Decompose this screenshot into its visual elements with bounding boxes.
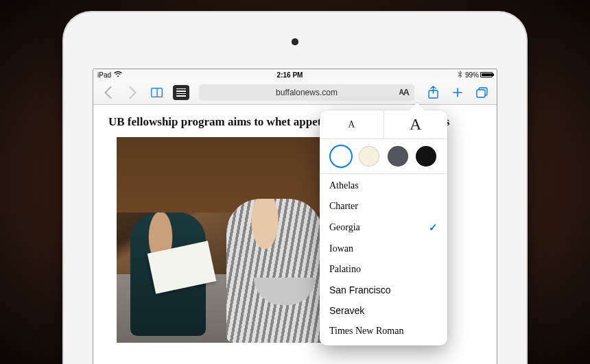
font-option-times-new-roman[interactable]: Times New Roman — [320, 321, 447, 341]
font-option-seravek[interactable]: Seravek — [320, 300, 447, 321]
font-option-palatino[interactable]: Palatino — [320, 259, 447, 280]
url-bar[interactable]: buffalonews.com AA — [199, 84, 414, 101]
camera-dot — [292, 38, 298, 45]
text-size-row: A A — [320, 110, 447, 139]
text-size-larger-button[interactable]: A — [384, 110, 448, 138]
ipad-screen: iPad 2:16 PM 99% — [93, 69, 497, 364]
checkmark-icon: ✓ — [429, 221, 438, 234]
safari-toolbar: buffalonews.com AA — [93, 80, 497, 105]
new-tab-button[interactable] — [449, 84, 467, 101]
font-option-label: Athelas — [329, 180, 359, 191]
svg-rect-2 — [477, 90, 485, 97]
carrier-label: iPad — [97, 71, 111, 79]
status-bar: iPad 2:16 PM 99% — [93, 69, 497, 80]
font-option-label: Palatino — [329, 264, 361, 275]
battery-indicator: 99% — [465, 71, 493, 79]
text-size-smaller-button[interactable]: A — [320, 110, 384, 138]
font-option-iowan[interactable]: Iowan — [320, 239, 447, 259]
font-option-label: Georgia — [329, 222, 360, 233]
bookmarks-button[interactable] — [148, 84, 166, 101]
font-option-label: Seravek — [329, 305, 364, 316]
reader-appearance-button[interactable]: AA — [399, 84, 409, 101]
font-option-san-francisco[interactable]: San Francisco — [320, 280, 447, 300]
reader-mode-toggle[interactable] — [173, 85, 189, 100]
font-option-label: San Francisco — [329, 284, 390, 295]
font-option-athelas[interactable]: Athelas — [320, 175, 447, 196]
forward-button[interactable] — [123, 84, 141, 101]
bluetooth-icon — [458, 71, 462, 80]
font-option-label: Charter — [329, 201, 358, 212]
url-text: buffalonews.com — [276, 88, 338, 97]
font-option-georgia[interactable]: Georgia✓ — [320, 217, 447, 239]
theme-sepia-swatch[interactable] — [359, 146, 379, 167]
font-option-label: Iowan — [329, 243, 353, 254]
wifi-icon — [114, 71, 122, 79]
ipad-device-frame: iPad 2:16 PM 99% — [64, 12, 526, 364]
clock: 2:16 PM — [277, 71, 303, 79]
theme-row — [320, 139, 447, 174]
theme-black-swatch[interactable] — [416, 146, 436, 167]
share-button[interactable] — [424, 84, 442, 101]
theme-white-swatch[interactable] — [331, 146, 351, 167]
theme-gray-swatch[interactable] — [388, 146, 408, 167]
reader-appearance-popover: A A AthelasCharterGeorgia✓IowanPalatinoS… — [320, 110, 447, 345]
font-list: AthelasCharterGeorgia✓IowanPalatinoSan F… — [320, 174, 447, 345]
font-option-charter[interactable]: Charter — [320, 196, 447, 217]
battery-pct: 99% — [465, 71, 479, 79]
back-button[interactable] — [99, 84, 117, 101]
tabs-button[interactable] — [473, 84, 491, 101]
font-option-label: Times New Roman — [329, 326, 403, 337]
